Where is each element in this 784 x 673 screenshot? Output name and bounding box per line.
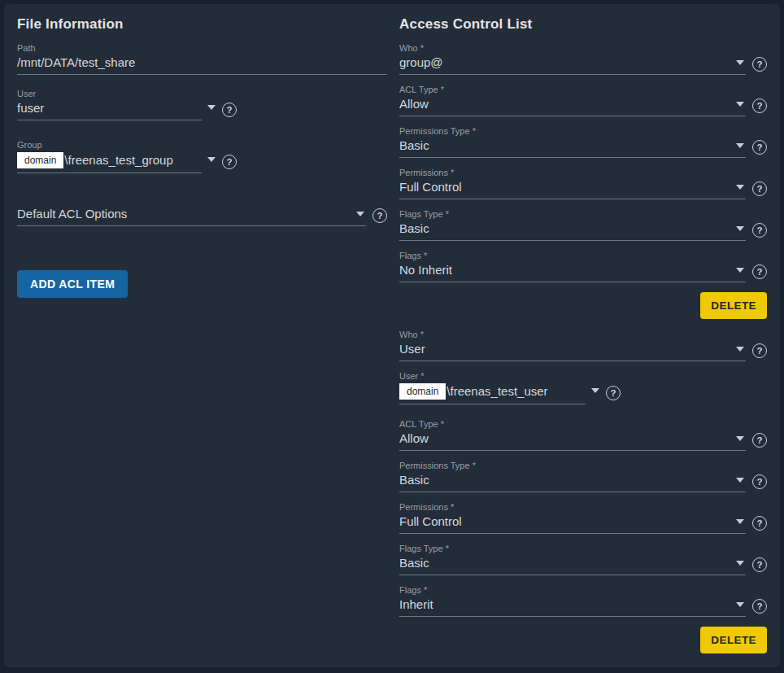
- chevron-down-icon: [736, 561, 744, 566]
- field-row: No Inherit ?: [399, 263, 767, 282]
- help-icon[interactable]: ?: [752, 599, 767, 614]
- help-icon[interactable]: ?: [752, 516, 767, 531]
- who-value: group@: [399, 55, 443, 70]
- permissions-type-value: Basic: [399, 473, 429, 487]
- acl-type-field: ACL Type * Allow ?: [399, 419, 767, 451]
- flags-type-value: Basic: [399, 556, 429, 570]
- default-acl-options-field: Default ACL Options ?: [17, 207, 387, 226]
- field-row: Basic ?: [399, 221, 767, 241]
- who-field: Who * group@ ?: [399, 43, 767, 75]
- flags-label: Flags *: [399, 585, 767, 596]
- chevron-down-icon: [736, 602, 744, 607]
- path-label: Path: [17, 43, 387, 54]
- help-icon[interactable]: ?: [752, 181, 767, 196]
- permissions-select[interactable]: Full Control: [399, 514, 746, 534]
- help-icon[interactable]: ?: [222, 103, 237, 117]
- user-combo-input[interactable]: domain \freenas_test_user: [399, 383, 586, 404]
- acl-type-value: Allow: [399, 431, 429, 446]
- permissions-field: Permissions * Full Control ?: [399, 168, 767, 199]
- acl-type-field: ACL Type * Allow ?: [399, 85, 767, 116]
- acl-type-label: ACL Type *: [399, 85, 767, 95]
- flags-type-field: Flags Type * Basic ?: [399, 209, 767, 241]
- access-control-list-section: Access Control List Who * group@ ? ACL T…: [399, 15, 767, 657]
- field-row: Full Control ?: [399, 514, 767, 534]
- help-icon[interactable]: ?: [752, 57, 767, 72]
- help-icon[interactable]: ?: [752, 140, 767, 155]
- help-icon[interactable]: ?: [752, 98, 767, 113]
- flags-select[interactable]: No Inherit: [399, 263, 746, 282]
- help-icon[interactable]: ?: [222, 155, 237, 169]
- help-icon[interactable]: ?: [752, 433, 767, 448]
- chevron-down-icon: [736, 268, 744, 273]
- flags-value: Inherit: [399, 597, 433, 612]
- file-information-section: File Information Path /mnt/DATA/test_sha…: [17, 15, 387, 657]
- path-field: Path /mnt/DATA/test_share: [17, 43, 387, 75]
- delete-row: DELETE: [399, 627, 767, 653]
- path-input[interactable]: /mnt/DATA/test_share: [17, 55, 387, 75]
- flags-field: Flags * Inherit ?: [399, 585, 767, 617]
- user-field: User * domain \freenas_test_user ?: [399, 371, 767, 404]
- add-acl-item-button[interactable]: ADD ACL ITEM: [17, 270, 128, 298]
- field-row: Basic ?: [399, 138, 767, 158]
- acl-entry: Who * group@ ? ACL Type * Allow ?: [399, 43, 767, 319]
- chevron-down-icon: [736, 436, 744, 441]
- who-label: Who *: [399, 330, 767, 340]
- group-value: \freenas_test_group: [64, 153, 172, 168]
- permissions-select[interactable]: Full Control: [399, 180, 746, 199]
- delete-button[interactable]: DELETE: [700, 292, 767, 319]
- chevron-down-icon: [356, 212, 364, 216]
- user-combo-input[interactable]: fuser: [17, 101, 202, 120]
- permissions-value: Full Control: [399, 514, 462, 529]
- permissions-type-select[interactable]: Basic: [399, 138, 746, 158]
- domain-chip: domain: [17, 152, 63, 168]
- user-label: User *: [399, 371, 767, 382]
- help-icon[interactable]: ?: [606, 386, 621, 400]
- flags-select[interactable]: Inherit: [399, 597, 746, 617]
- permissions-label: Permissions *: [399, 168, 767, 178]
- who-select[interactable]: User: [399, 342, 746, 361]
- acl-type-value: Allow: [399, 97, 429, 111]
- flags-type-select[interactable]: Basic: [399, 556, 746, 575]
- permissions-type-label: Permissions Type *: [399, 126, 767, 137]
- help-icon[interactable]: ?: [752, 223, 767, 238]
- acl-editor-card: File Information Path /mnt/DATA/test_sha…: [4, 4, 780, 667]
- default-acl-options-placeholder: Default ACL Options: [17, 207, 127, 221]
- chevron-down-icon: [736, 143, 744, 148]
- flags-type-label: Flags Type *: [399, 544, 767, 554]
- field-row: group@ ?: [399, 55, 767, 75]
- group-combo-input[interactable]: domain \freenas_test_group: [17, 152, 202, 173]
- path-value: /mnt/DATA/test_share: [17, 55, 135, 70]
- flags-field: Flags * No Inherit ?: [399, 251, 767, 282]
- help-icon[interactable]: ?: [752, 264, 767, 279]
- permissions-type-select[interactable]: Basic: [399, 473, 746, 492]
- user-value: \freenas_test_user: [446, 384, 547, 399]
- flags-type-label: Flags Type *: [399, 209, 767, 220]
- field-row: Allow ?: [399, 431, 767, 451]
- acl-type-select[interactable]: Allow: [399, 431, 746, 451]
- delete-row: DELETE: [399, 292, 767, 319]
- flags-value: No Inherit: [399, 263, 452, 278]
- access-control-list-title: Access Control List: [399, 16, 767, 33]
- user-field: User fuser ?: [17, 89, 387, 120]
- field-row: Inherit ?: [399, 597, 767, 617]
- help-icon[interactable]: ?: [752, 557, 767, 572]
- user-value: fuser: [17, 101, 44, 116]
- permissions-type-label: Permissions Type *: [399, 461, 767, 471]
- delete-button[interactable]: DELETE: [700, 627, 767, 653]
- chevron-down-icon[interactable]: [591, 388, 599, 393]
- field-row: Basic ?: [399, 473, 767, 492]
- who-select[interactable]: group@: [399, 55, 746, 75]
- permissions-type-field: Permissions Type * Basic ?: [399, 461, 767, 492]
- acl-type-select[interactable]: Allow: [399, 97, 746, 116]
- default-acl-options-select[interactable]: Default ACL Options: [17, 207, 366, 226]
- chevron-down-icon[interactable]: [207, 105, 216, 110]
- help-icon[interactable]: ?: [372, 208, 387, 223]
- chevron-down-icon[interactable]: [207, 157, 216, 162]
- flags-label: Flags *: [399, 251, 767, 261]
- flags-type-field: Flags Type * Basic ?: [399, 544, 767, 575]
- help-icon[interactable]: ?: [752, 343, 767, 358]
- chevron-down-icon: [736, 60, 744, 65]
- help-icon[interactable]: ?: [752, 474, 767, 489]
- flags-type-select[interactable]: Basic: [399, 221, 746, 241]
- chevron-down-icon: [736, 347, 744, 352]
